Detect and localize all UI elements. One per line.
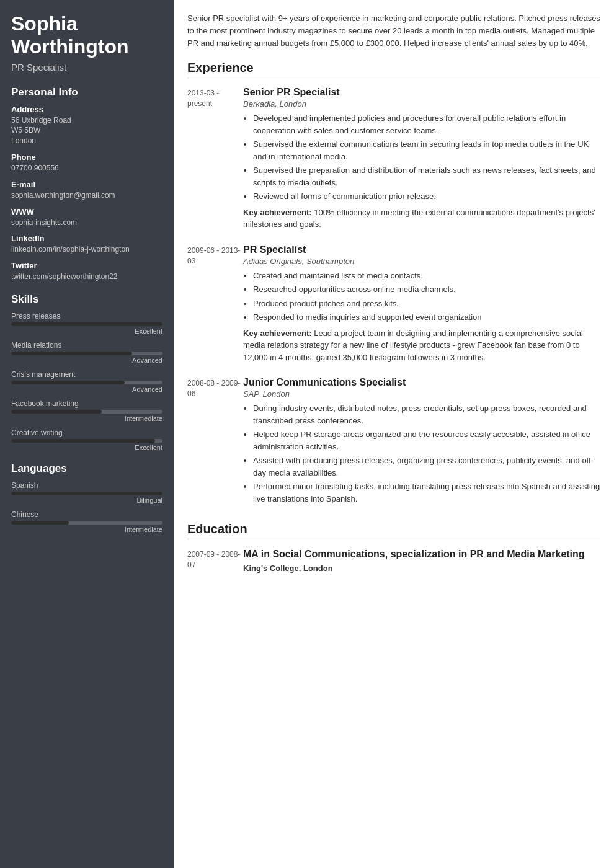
- experience-list: 2013-03 - present Senior PR Specialist B…: [187, 87, 600, 508]
- skill-bar-bg: [11, 352, 162, 355]
- twitter-label: Twitter: [11, 261, 162, 270]
- exp-date: 2013-03 - present: [187, 87, 243, 231]
- exp-bullets: During industry events, distributed note…: [243, 402, 600, 505]
- experience-row: 2013-03 - present Senior PR Specialist B…: [187, 87, 600, 231]
- skill-name: Facebook marketing: [11, 399, 162, 408]
- skill-item: Media relations Advanced: [11, 341, 162, 364]
- bullet-item: Performed minor translating tasks, inclu…: [253, 480, 600, 505]
- bullet-item: Developed and implemented policies and p…: [253, 112, 600, 136]
- personal-info-section: Personal Info Address 56 Uxbridge Road W…: [11, 86, 162, 282]
- email-label: E-mail: [11, 180, 162, 189]
- bullet-item: Researched opportunities across online m…: [253, 283, 600, 296]
- languages-heading: Languages: [11, 463, 162, 475]
- language-bar-bg: [11, 521, 162, 525]
- skill-level: Intermediate: [11, 415, 162, 422]
- twitter-value: twitter.com/sophieworthington22: [11, 272, 162, 282]
- candidate-title: PR Specialist: [11, 62, 162, 73]
- education-heading: Education: [187, 522, 600, 539]
- exp-job-title: Senior PR Specialist: [243, 87, 600, 98]
- skill-bar-fill: [11, 352, 132, 355]
- experience-row: 2008-08 - 2009-06 Junior Communications …: [187, 377, 600, 508]
- exp-date: 2008-08 - 2009-06: [187, 377, 243, 508]
- exp-job-title: Junior Communications Specialist: [243, 377, 600, 388]
- phone-value: 07700 900556: [11, 163, 162, 174]
- skill-bar-bg: [11, 381, 162, 384]
- language-bar-fill: [11, 492, 162, 495]
- phone-label: Phone: [11, 153, 162, 162]
- bullet-item: Reviewed all forms of communication prio…: [253, 190, 600, 203]
- email-value: sophia.worthington@gmail.com: [11, 190, 162, 201]
- exp-bullets: Developed and implemented policies and p…: [243, 112, 600, 203]
- address-line-2: W5 5BW: [11, 125, 162, 136]
- language-level: Intermediate: [11, 526, 162, 533]
- name-block: Sophia Worthington PR Specialist: [11, 12, 162, 73]
- language-name: Chinese: [11, 510, 162, 519]
- skill-name: Press releases: [11, 312, 162, 321]
- address-line-1: 56 Uxbridge Road: [11, 115, 162, 126]
- edu-date: 2007-09 - 2008-07: [187, 548, 243, 573]
- skill-item: Creative writing Excellent: [11, 428, 162, 451]
- experience-heading: Experience: [187, 61, 600, 78]
- skill-name: Crisis management: [11, 370, 162, 379]
- exp-company: Berkadia, London: [243, 99, 600, 108]
- skills-section: Skills Press releases Excellent Media re…: [11, 293, 162, 451]
- edu-content: MA in Social Communications, specializat…: [243, 548, 600, 573]
- bullet-item: Created and maintained lists of media co…: [253, 270, 600, 282]
- bullet-item: Supervised the preparation and distribut…: [253, 164, 600, 188]
- exp-content: Junior Communications Specialist SAP, Lo…: [243, 377, 600, 508]
- exp-date: 2009-06 - 2013-03: [187, 244, 243, 364]
- summary: Senior PR specialist with 9+ years of ex…: [187, 12, 600, 50]
- exp-company: SAP, London: [243, 389, 600, 399]
- address-label: Address: [11, 105, 162, 114]
- bullet-item: Produced product pitches and press kits.: [253, 298, 600, 310]
- www-value: sophia-insights.com: [11, 218, 162, 228]
- exp-content: Senior PR Specialist Berkadia, London De…: [243, 87, 600, 231]
- languages-section: Languages Spanish Bilingual Chinese Inte…: [11, 463, 162, 533]
- skill-bar-bg: [11, 322, 162, 326]
- exp-achievement: Key achievement: 100% efficiency in meet…: [243, 206, 600, 231]
- language-item: Spanish Bilingual: [11, 481, 162, 504]
- language-item: Chinese Intermediate: [11, 510, 162, 533]
- skill-item: Press releases Excellent: [11, 312, 162, 335]
- skill-item: Facebook marketing Intermediate: [11, 399, 162, 422]
- skill-bar-fill: [11, 322, 162, 326]
- bullet-item: Assisted with producing press releases, …: [253, 454, 600, 479]
- exp-achievement: Key achievement: Lead a project team in …: [243, 327, 600, 364]
- bullet-item: Supervised the external communications t…: [253, 138, 600, 162]
- exp-bullets: Created and maintained lists of media co…: [243, 270, 600, 324]
- skill-name: Creative writing: [11, 428, 162, 437]
- skill-level: Advanced: [11, 386, 162, 393]
- education-row: 2007-09 - 2008-07 MA in Social Communica…: [187, 548, 600, 573]
- skill-item: Crisis management Advanced: [11, 370, 162, 393]
- skills-list: Press releases Excellent Media relations…: [11, 312, 162, 451]
- bullet-item: During industry events, distributed note…: [253, 402, 600, 427]
- language-level: Bilingual: [11, 497, 162, 504]
- language-bar-fill: [11, 521, 69, 525]
- edu-degree: MA in Social Communications, specializat…: [243, 548, 600, 561]
- experience-row: 2009-06 - 2013-03 PR Specialist Adidas O…: [187, 244, 600, 364]
- skill-level: Advanced: [11, 356, 162, 364]
- experience-section: Experience 2013-03 - present Senior PR S…: [187, 61, 600, 508]
- personal-info-heading: Personal Info: [11, 86, 162, 99]
- bullet-item: Helped keep PR storage areas organized a…: [253, 428, 600, 453]
- skill-level: Excellent: [11, 444, 162, 451]
- edu-school: King's College, London: [243, 564, 600, 573]
- address-line-3: London: [11, 136, 162, 146]
- languages-list: Spanish Bilingual Chinese Intermediate: [11, 481, 162, 533]
- skill-bar-fill: [11, 381, 125, 384]
- www-label: WWW: [11, 207, 162, 216]
- sidebar: Sophia Worthington PR Specialist Persona…: [0, 0, 174, 868]
- language-name: Spanish: [11, 481, 162, 490]
- main-content: Senior PR specialist with 9+ years of ex…: [174, 0, 614, 868]
- candidate-name: Sophia Worthington: [11, 12, 162, 58]
- linkedin-label: LinkedIn: [11, 234, 162, 243]
- education-list: 2007-09 - 2008-07 MA in Social Communica…: [187, 548, 600, 573]
- skill-level: Excellent: [11, 327, 162, 335]
- skill-name: Media relations: [11, 341, 162, 350]
- skill-bar-fill: [11, 439, 155, 443]
- exp-company: Adidas Originals, Southampton: [243, 257, 600, 266]
- bullet-item: Responded to media inquiries and support…: [253, 311, 600, 324]
- skill-bar-bg: [11, 439, 162, 443]
- linkedin-value: linkedin.com/in/sophia-j-worthington: [11, 244, 162, 255]
- education-section: Education 2007-09 - 2008-07 MA in Social…: [187, 522, 600, 573]
